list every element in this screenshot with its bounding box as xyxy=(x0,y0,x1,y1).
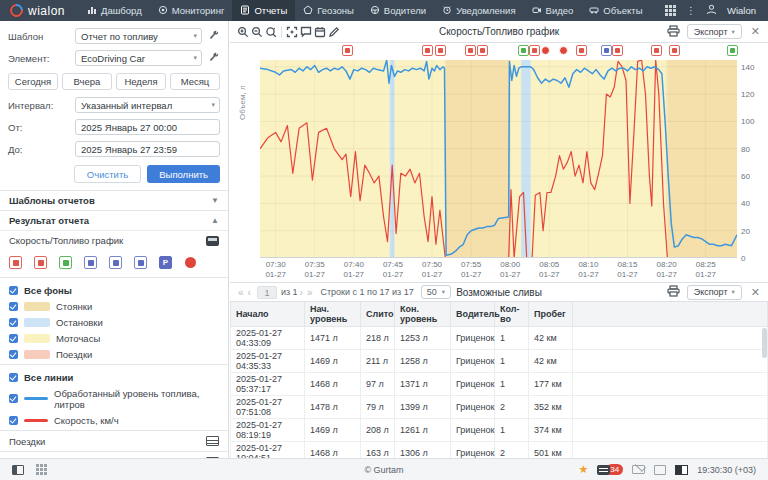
drain-red[interactable] xyxy=(435,45,446,56)
page-number-input[interactable]: 1 xyxy=(257,286,277,299)
wialon-logo[interactable]: wialon xyxy=(0,4,79,18)
execute-button[interactable]: Выполнить xyxy=(147,165,220,183)
table-scrollbar[interactable] xyxy=(762,328,767,454)
quick-range-1[interactable]: Вчера xyxy=(62,73,112,90)
filling-green[interactable] xyxy=(518,45,529,56)
page-size-select[interactable]: 50▾ xyxy=(421,285,451,299)
zoom-in-icon[interactable] xyxy=(236,25,250,39)
chart-plot[interactable] xyxy=(260,60,737,258)
apps-grid-icon[interactable] xyxy=(665,5,676,16)
checkbox-0[interactable] xyxy=(9,302,18,311)
quick-range-3[interactable]: Месяц xyxy=(170,73,220,90)
nav-item-dashboard[interactable]: Дашборд xyxy=(79,0,150,21)
interval-select[interactable]: Указанный интервал▾ xyxy=(75,97,220,113)
quick-range-0[interactable]: Сегодня xyxy=(8,73,58,90)
prev-page-icon[interactable]: ‹ xyxy=(246,287,253,298)
nav-item-geofences[interactable]: Геозоны xyxy=(295,0,362,21)
first-page-icon[interactable]: « xyxy=(236,287,246,298)
element-select[interactable]: EcoDriving Car▾ xyxy=(75,50,202,66)
sidebar-item-0[interactable]: Поездки xyxy=(0,430,228,451)
column-header[interactable]: Слито xyxy=(361,302,395,327)
chart-window-icon[interactable] xyxy=(206,236,219,246)
panel-toggle-icon[interactable] xyxy=(12,465,24,475)
nav-item-reports[interactable]: Отчеты xyxy=(232,0,295,21)
to-date-input[interactable]: 2025 Январь 27 23:59 xyxy=(75,141,220,157)
nav-item-notifications[interactable]: Уведомления xyxy=(434,0,523,21)
chart-export-button[interactable]: Экспорт▾ xyxy=(687,24,742,39)
quick-range-2[interactable]: Неделя xyxy=(116,73,166,90)
column-header[interactable]: Кол-во xyxy=(495,302,529,327)
stop-red-box[interactable] xyxy=(422,45,433,56)
nav-item-monitoring[interactable]: Мониторинг xyxy=(150,0,233,21)
last-page-icon[interactable]: » xyxy=(305,287,315,298)
drain-red[interactable] xyxy=(576,45,587,56)
mail-icon[interactable] xyxy=(632,465,645,474)
zoom-out-icon[interactable] xyxy=(250,25,264,39)
all-lines-checkbox[interactable] xyxy=(9,373,18,382)
column-header[interactable]: Кон. уровень xyxy=(395,302,451,327)
stop-circle[interactable] xyxy=(558,45,569,56)
next-page-icon[interactable]: › xyxy=(298,287,305,298)
drain-red[interactable] xyxy=(342,45,353,56)
clear-button[interactable]: Очистить xyxy=(74,165,141,183)
drain-red[interactable] xyxy=(612,45,623,56)
checkbox-3[interactable] xyxy=(9,350,18,359)
table-close-icon[interactable]: ✕ xyxy=(749,286,762,299)
expand-icon[interactable] xyxy=(285,25,299,39)
line-checkbox-1[interactable] xyxy=(9,416,18,425)
edit-pencil-icon[interactable] xyxy=(327,25,341,39)
table-row[interactable]: 2025-01-27 05:37:171468 л97 л1371 лГрице… xyxy=(231,373,768,396)
column-header[interactable]: Начало xyxy=(231,302,305,327)
calendar-icon[interactable] xyxy=(313,25,327,39)
from-date-input[interactable]: 2025 Январь 27 00:00 xyxy=(75,119,220,135)
stop-red-box[interactable] xyxy=(529,45,540,56)
chart-close-icon[interactable]: ✕ xyxy=(749,25,762,38)
template-settings-wrench-icon[interactable] xyxy=(207,30,220,42)
drain-red[interactable] xyxy=(651,45,662,56)
sidebar-item-1[interactable]: Заправки xyxy=(0,451,228,458)
right-tick: 140 xyxy=(741,63,754,72)
checkbox-1[interactable] xyxy=(9,318,18,327)
chart-area[interactable]: Объем, л 020406080100120140 Скорость, км… xyxy=(230,60,768,282)
template-select[interactable]: Отчет по топливу▾ xyxy=(75,28,202,44)
report-templates-section[interactable]: Шаблоны отчетов▼ xyxy=(0,190,228,210)
messages-icon[interactable] xyxy=(597,465,610,475)
report-result-section[interactable]: Результат отчета▲ xyxy=(0,210,228,230)
column-header[interactable]: Нач. уровень xyxy=(305,302,361,327)
comment-icon[interactable] xyxy=(299,25,313,39)
more-options-icon[interactable]: ⋮ xyxy=(686,5,696,16)
zoom-reset-icon[interactable] xyxy=(264,25,278,39)
element-settings-wrench-icon[interactable] xyxy=(207,52,220,64)
column-header[interactable]: Пробег xyxy=(529,302,573,327)
x-tick-time: 07:55 xyxy=(454,260,488,270)
media-icon[interactable] xyxy=(654,465,666,475)
star-icon[interactable]: ★ xyxy=(578,463,588,476)
table-row[interactable]: 2025-01-27 08:19:191469 л208 л1261 лГриц… xyxy=(231,419,768,442)
nav-item-drivers[interactable]: Водители xyxy=(362,0,434,21)
all-backgrounds-checkbox[interactable] xyxy=(9,286,18,295)
nav-item-units[interactable]: Объекты xyxy=(581,0,650,21)
checkbox-2[interactable] xyxy=(9,334,18,343)
print-icon[interactable] xyxy=(667,23,680,41)
bottom-grid-icon[interactable] xyxy=(36,464,47,475)
nav-item-video[interactable]: Видео xyxy=(524,0,582,21)
column-header[interactable]: Водитель xyxy=(451,302,495,327)
filling-green[interactable] xyxy=(727,45,738,56)
nav-item-label: Дашборд xyxy=(101,5,142,16)
square-red[interactable] xyxy=(477,45,488,56)
result-chart-item[interactable]: Скорость/Топливо график xyxy=(0,230,228,250)
layout-icon[interactable] xyxy=(675,465,688,475)
table-row[interactable]: 2025-01-27 04:33:091471 л218 л1253 лГриц… xyxy=(231,327,768,350)
drain-red[interactable] xyxy=(465,45,476,56)
table-row[interactable]: 2025-01-27 07:51:081478 л79 л1399 лГрице… xyxy=(231,396,768,419)
user-icon[interactable] xyxy=(706,4,717,17)
line-checkbox-0[interactable] xyxy=(9,394,18,403)
square-red[interactable] xyxy=(669,45,680,56)
table-export-button[interactable]: Экспорт▾ xyxy=(687,285,742,300)
flag-blue[interactable] xyxy=(601,45,612,56)
user-name[interactable]: Wialon xyxy=(727,5,756,16)
table-print-icon[interactable] xyxy=(667,285,680,299)
stop-circle[interactable] xyxy=(540,45,551,56)
x-tick: 07:5001-27 xyxy=(415,260,449,280)
table-row[interactable]: 2025-01-27 04:35:331469 л211 л1258 лГриц… xyxy=(231,350,768,373)
